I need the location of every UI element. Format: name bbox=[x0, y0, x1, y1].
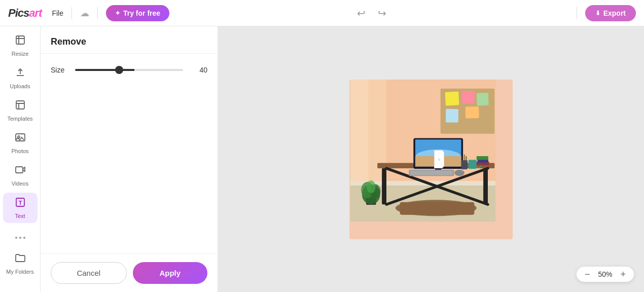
size-slider[interactable] bbox=[75, 69, 183, 71]
try-free-button[interactable]: Try for free bbox=[106, 5, 169, 21]
apply-button[interactable]: Apply bbox=[133, 262, 208, 284]
logo-text: Pics bbox=[8, 7, 29, 19]
photos-icon bbox=[15, 132, 26, 146]
file-menu[interactable]: File bbox=[52, 9, 63, 17]
svg-rect-22 bbox=[382, 168, 386, 204]
zoom-in-button[interactable]: + bbox=[618, 270, 628, 279]
svg-rect-42 bbox=[469, 160, 477, 169]
more-icon bbox=[15, 229, 26, 242]
sidebar-item-folders[interactable]: My Folders bbox=[3, 248, 38, 279]
svg-rect-23 bbox=[483, 168, 488, 204]
desk-svg-image bbox=[349, 80, 496, 222]
redo-button[interactable]: ↪ bbox=[376, 5, 388, 21]
svg-text:T: T bbox=[18, 200, 22, 206]
sidebar-item-more[interactable] bbox=[3, 225, 38, 246]
canvas-area: − 50% + bbox=[218, 26, 644, 292]
divider-1 bbox=[71, 7, 72, 19]
export-button[interactable]: Export bbox=[585, 5, 636, 21]
svg-point-41 bbox=[367, 180, 376, 193]
svg-rect-4 bbox=[16, 167, 23, 173]
folders-label: My Folders bbox=[6, 269, 33, 275]
svg-rect-1 bbox=[16, 101, 24, 109]
sidebar-item-templates[interactable]: Templates bbox=[3, 95, 38, 126]
panel-content: Size 40 bbox=[41, 54, 218, 253]
svg-point-8 bbox=[19, 237, 21, 239]
svg-rect-0 bbox=[16, 36, 24, 44]
resize-icon bbox=[15, 34, 26, 49]
text-label: Text bbox=[15, 213, 25, 219]
sidebar-item-videos[interactable]: Videos bbox=[3, 160, 38, 191]
divider-2 bbox=[97, 7, 98, 19]
svg-rect-15 bbox=[461, 91, 475, 104]
topbar-center: ↩ ↪ bbox=[175, 5, 568, 21]
svg-point-9 bbox=[23, 237, 25, 239]
topbar-right: Export bbox=[575, 5, 636, 21]
templates-label: Templates bbox=[7, 116, 32, 122]
divider-3 bbox=[577, 7, 577, 19]
svg-point-7 bbox=[15, 237, 17, 239]
svg-rect-17 bbox=[446, 108, 458, 122]
zoom-controls: − 50% + bbox=[577, 267, 634, 282]
size-label: Size bbox=[51, 66, 67, 74]
zoom-out-button[interactable]: − bbox=[583, 270, 592, 279]
panel: Remove Size 40 Cancel Apply bbox=[41, 26, 218, 292]
sidebar-item-uploads[interactable]: Uploads bbox=[3, 63, 38, 93]
main-layout: Resize Uploads Templates bbox=[0, 26, 644, 292]
templates-icon bbox=[15, 99, 26, 114]
resize-label: Resize bbox=[12, 51, 29, 57]
svg-rect-45 bbox=[477, 156, 488, 160]
sidebar-item-text[interactable]: T Text bbox=[3, 193, 38, 223]
svg-rect-16 bbox=[477, 92, 489, 105]
svg-rect-46 bbox=[461, 160, 468, 169]
text-icon: T bbox=[15, 197, 26, 211]
uploads-label: Uploads bbox=[10, 83, 30, 89]
svg-point-36 bbox=[454, 169, 464, 175]
cloud-icon: ☁ bbox=[80, 8, 89, 19]
panel-footer: Cancel Apply bbox=[41, 253, 218, 292]
svg-rect-14 bbox=[445, 91, 459, 105]
collapse-panel-button[interactable]: ‹ bbox=[434, 150, 444, 168]
canvas-image bbox=[349, 80, 513, 239]
cancel-button[interactable]: Cancel bbox=[51, 262, 127, 284]
logo: Picsart bbox=[8, 7, 42, 20]
svg-rect-18 bbox=[466, 106, 479, 118]
left-sidebar: Resize Uploads Templates bbox=[0, 26, 41, 292]
undo-button[interactable]: ↩ bbox=[355, 5, 368, 21]
size-row: Size 40 bbox=[51, 66, 207, 74]
panel-title: Remove bbox=[41, 26, 218, 54]
size-value: 40 bbox=[191, 66, 207, 74]
svg-rect-27 bbox=[400, 202, 475, 214]
videos-icon bbox=[15, 164, 26, 178]
topbar: Picsart File ☁ Try for free ↩ ↪ Export bbox=[0, 0, 644, 26]
photos-label: Photos bbox=[11, 148, 28, 154]
videos-label: Videos bbox=[12, 180, 28, 187]
sidebar-item-photos[interactable]: Photos bbox=[3, 128, 38, 158]
sidebar-item-resize[interactable]: Resize bbox=[3, 30, 38, 61]
zoom-value: 50% bbox=[596, 270, 614, 278]
uploads-icon bbox=[15, 67, 26, 81]
folders-icon bbox=[15, 252, 26, 267]
svg-rect-35 bbox=[410, 170, 453, 175]
